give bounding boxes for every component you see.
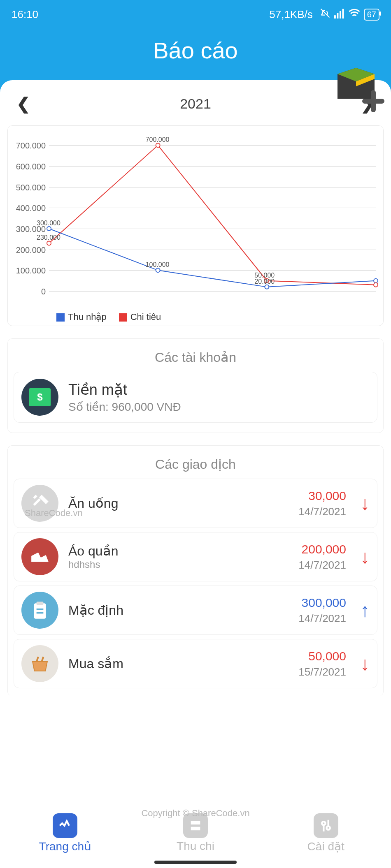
arrow-up-icon: ↑ (360, 599, 370, 621)
svg-rect-17 (37, 612, 44, 613)
transactions-title: Các giao dịch (8, 456, 383, 472)
svg-point-7 (156, 268, 160, 272)
transaction-row[interactable]: Áo quần hdhshs 200,000 14/7/2021 ↓ (14, 532, 377, 581)
arrow-down-icon: ↓ (360, 492, 370, 514)
svg-rect-2 (340, 11, 341, 18)
shoe-icon (21, 538, 58, 575)
home-indicator (154, 861, 237, 864)
transaction-amount: 30,000 (298, 489, 346, 503)
chart-point-label: 700.000 (146, 136, 170, 144)
year-label: 2021 (180, 96, 211, 112)
mute-icon (319, 7, 331, 22)
tab-label: Trang chủ (39, 840, 91, 853)
cash-icon (21, 379, 58, 416)
y-tick-label: 100.000 (13, 266, 46, 275)
y-tick-label: 500.000 (13, 183, 46, 192)
chart-legend: Thu nhập Chi tiêu (11, 312, 380, 322)
wifi-icon (348, 7, 361, 22)
chart-point-label: 230.000 (37, 234, 61, 241)
svg-point-6 (47, 227, 51, 231)
basket-icon (21, 645, 58, 682)
chart-point-label: 50.000 (254, 272, 275, 279)
svg-rect-14 (34, 603, 46, 619)
svg-point-9 (374, 279, 378, 283)
year-next-button[interactable]: ❯ (361, 94, 375, 113)
bottom-tabbar: Trang chủ Thu chi Cài đặt Copyright © Sh… (0, 798, 391, 868)
y-tick-label: 600.000 (13, 162, 46, 171)
status-time: 16:10 (12, 8, 38, 21)
year-prev-button[interactable]: ❮ (16, 94, 30, 113)
transaction-date: 14/7/2021 (298, 505, 346, 518)
account-balance: Số tiền: 960,000 VNĐ (68, 400, 181, 414)
battery-icon: 67 (364, 9, 379, 21)
signal-icon (334, 8, 345, 21)
svg-point-10 (47, 241, 51, 245)
transaction-sub: hdhshs (68, 559, 289, 570)
svg-point-8 (265, 285, 269, 289)
status-net: 57,1KB/s (269, 8, 313, 21)
y-tick-label: 0 (13, 287, 46, 296)
watermark-copyright: Copyright © ShareCode.vn (0, 808, 391, 819)
y-tick-label: 400.000 (13, 204, 46, 213)
transaction-title: Ăn uống (68, 495, 289, 511)
account-card[interactable]: Tiền mặt Số tiền: 960,000 VNĐ (14, 372, 377, 423)
accounts-title: Các tài khoản (8, 350, 383, 365)
svg-point-11 (156, 143, 160, 147)
svg-point-18 (322, 822, 326, 825)
transaction-date: 15/7/2021 (298, 666, 346, 678)
chart-point-label: 300.000 (37, 220, 61, 227)
transaction-title: Mua sắm (68, 656, 289, 671)
y-tick-label: 200.000 (13, 245, 46, 255)
tab-label: Cài đặt (307, 840, 344, 853)
transaction-row[interactable]: Ăn uống 30,000 14/7/2021 ↓ (14, 479, 377, 528)
transaction-title: Mặc định (68, 602, 289, 618)
transaction-amount: 200,000 (298, 542, 346, 556)
chart-point-label: 100.000 (146, 261, 170, 269)
svg-rect-16 (37, 609, 44, 610)
transaction-date: 14/7/2021 (298, 612, 346, 625)
arrow-down-icon: ↓ (360, 653, 370, 675)
svg-rect-1 (337, 13, 338, 19)
transaction-amount: 50,000 (298, 649, 346, 663)
arrow-down-icon: ↓ (360, 546, 370, 568)
transaction-title: Áo quần (68, 543, 289, 559)
svg-point-19 (326, 826, 330, 830)
tab-label: Thu chi (177, 840, 214, 853)
transaction-row[interactable]: Mặc định 300,000 14/7/2021 ↑ (14, 586, 377, 635)
clip-icon (21, 592, 58, 629)
y-tick-label: 700.000 (13, 141, 46, 150)
svg-rect-3 (342, 9, 344, 18)
svg-rect-15 (37, 602, 44, 605)
watermark: ShareCode.vn (25, 508, 83, 518)
svg-rect-0 (334, 15, 336, 19)
transaction-row[interactable]: Mua sắm 50,000 15/7/2021 ↓ (14, 639, 377, 688)
page-title: Báo cáo (0, 37, 391, 64)
report-chart: 0100.000200.000300.000400.000500.000600.… (7, 125, 384, 326)
status-bar: 16:10 57,1KB/s 67 (0, 0, 391, 25)
transaction-amount: 300,000 (298, 596, 346, 610)
transaction-date: 14/7/2021 (298, 559, 346, 572)
svg-point-13 (374, 283, 378, 287)
account-name: Tiền mặt (68, 381, 181, 398)
